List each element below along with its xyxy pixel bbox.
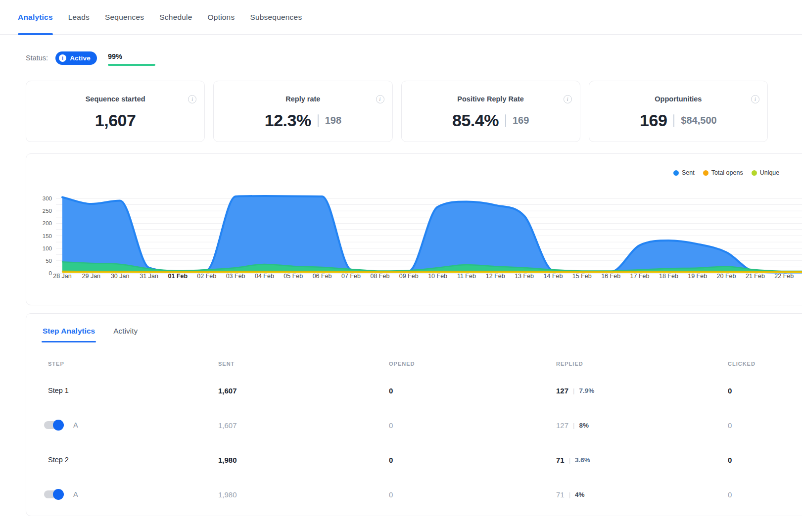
legend-label: Unique xyxy=(760,169,780,176)
variant-toggle[interactable] xyxy=(44,421,62,429)
svg-text:01 Feb: 01 Feb xyxy=(168,273,188,280)
stat-card-title: Reply rate xyxy=(285,95,320,103)
svg-text:16 Feb: 16 Feb xyxy=(601,273,620,280)
info-icon[interactable]: i xyxy=(188,95,196,103)
legend-dot-icon xyxy=(673,170,679,176)
progress-percentage: 99% xyxy=(108,51,155,61)
divider: | xyxy=(573,387,574,394)
tab-schedule[interactable]: Schedule xyxy=(159,0,192,35)
stat-card-title: Positive Reply Rate xyxy=(457,95,524,103)
column-header-step: STEP xyxy=(48,361,64,367)
opened-value: 0 xyxy=(389,387,393,395)
status-badge-label: Active xyxy=(70,54,91,62)
info-icon[interactable]: i xyxy=(376,95,384,103)
divider: | xyxy=(569,456,570,464)
svg-text:11 Feb: 11 Feb xyxy=(457,273,476,280)
svg-text:200: 200 xyxy=(43,220,52,226)
svg-text:17 Feb: 17 Feb xyxy=(630,273,650,280)
stat-card-value: 169 xyxy=(640,111,667,130)
svg-text:300: 300 xyxy=(43,195,52,201)
tab-subsequences[interactable]: Subsequences xyxy=(250,0,302,35)
info-icon[interactable]: i xyxy=(564,95,572,103)
svg-text:15 Feb: 15 Feb xyxy=(572,273,592,280)
cell-step: Step 1 xyxy=(48,373,69,408)
stat-card-secondary: 169 xyxy=(513,115,529,126)
replied-value: 127 xyxy=(556,421,568,430)
stat-cards: Sequence started i 1,607 Reply rate i 12… xyxy=(26,81,768,142)
status-badge[interactable]: i Active xyxy=(55,51,97,65)
tab-sequences[interactable]: Sequences xyxy=(105,0,144,35)
stat-card-secondary: 198 xyxy=(325,115,341,126)
cell-clicked: 0 xyxy=(728,477,732,512)
legend-item-sent[interactable]: Sent xyxy=(673,169,695,176)
column-header-clicked: CLICKED xyxy=(728,361,755,367)
cell-opened: 0 xyxy=(389,442,393,477)
progress-bar xyxy=(108,64,155,66)
svg-text:02 Feb: 02 Feb xyxy=(197,273,216,280)
legend-label: Sent xyxy=(682,169,695,176)
stat-card-title: Sequence started xyxy=(86,95,145,103)
chart-card: 05010015020025030028 Jan29 Jan30 Jan31 J… xyxy=(26,153,802,305)
clicked-value: 0 xyxy=(728,421,732,430)
sequence-progress: 99% xyxy=(108,51,155,66)
svg-text:19 Feb: 19 Feb xyxy=(688,273,707,280)
cell-clicked: 0 xyxy=(728,408,732,442)
legend-item-total-opens[interactable]: Total opens xyxy=(703,169,743,176)
cell-sent: 1,607 xyxy=(218,408,237,442)
tab-options[interactable]: Options xyxy=(208,0,235,35)
clicked-value: 0 xyxy=(728,387,732,395)
opened-value: 0 xyxy=(389,456,393,464)
stat-card-value: 1,607 xyxy=(95,111,136,130)
clicked-value: 0 xyxy=(728,490,732,499)
table-row: Step 2 1,980 0 71 | 3.6% 0 xyxy=(26,442,802,477)
svg-text:30 Jan: 30 Jan xyxy=(111,273,130,280)
stat-card-positive-reply-rate: Positive Reply Rate i 85.4% 169 xyxy=(401,81,580,142)
info-icon[interactable]: i xyxy=(751,95,759,103)
variant-toggle[interactable] xyxy=(44,490,62,498)
cell-replied: 127 | 7.9% xyxy=(556,373,594,408)
step-analytics-card: Step AnalyticsActivity STEPSENTOPENEDREP… xyxy=(26,313,802,516)
stat-card-value: 85.4% xyxy=(452,111,499,130)
svg-text:12 Feb: 12 Feb xyxy=(486,273,505,280)
svg-text:03 Feb: 03 Feb xyxy=(226,273,245,280)
info-icon: i xyxy=(59,54,66,62)
opened-value: 0 xyxy=(389,490,393,499)
svg-text:13 Feb: 13 Feb xyxy=(515,273,534,280)
replied-value: 71 xyxy=(556,456,565,464)
tab-leads[interactable]: Leads xyxy=(68,0,90,35)
tab-activity[interactable]: Activity xyxy=(113,327,138,342)
table-row: A 1,607 0 127 | 8% 0 xyxy=(26,408,802,442)
cell-sent: 1,980 xyxy=(218,442,237,477)
sequence-activity-chart: 05010015020025030028 Jan29 Jan30 Jan31 J… xyxy=(26,154,802,305)
svg-text:05 Feb: 05 Feb xyxy=(283,273,303,280)
replied-percentage: 8% xyxy=(579,422,589,429)
svg-text:22 Feb: 22 Feb xyxy=(774,273,794,280)
svg-text:21 Feb: 21 Feb xyxy=(746,273,765,280)
divider xyxy=(505,114,506,127)
svg-text:20 Feb: 20 Feb xyxy=(717,273,736,280)
tab-analytics[interactable]: Analytics xyxy=(18,0,53,35)
svg-text:04 Feb: 04 Feb xyxy=(255,273,274,280)
svg-text:150: 150 xyxy=(43,233,52,239)
replied-value: 127 xyxy=(556,387,568,395)
cell-replied: 127 | 8% xyxy=(556,408,589,442)
sequence-nav-tabs: AnalyticsLeadsSequencesScheduleOptionsSu… xyxy=(0,0,802,35)
column-header-sent: SENT xyxy=(218,361,235,367)
stat-card-value: 12.3% xyxy=(265,111,311,130)
tab-step-analytics[interactable]: Step Analytics xyxy=(43,327,95,342)
svg-text:0: 0 xyxy=(49,270,52,276)
divider: | xyxy=(573,422,574,429)
legend-item-unique[interactable]: Unique xyxy=(752,169,780,176)
cell-sent: 1,607 xyxy=(218,373,237,408)
step-label: Step 2 xyxy=(48,456,69,464)
svg-text:29 Jan: 29 Jan xyxy=(82,273,101,280)
toggle-knob-icon xyxy=(53,420,64,431)
cell-step: Step 2 xyxy=(48,442,69,477)
cell-replied: 71 | 4% xyxy=(556,477,585,512)
cell-opened: 0 xyxy=(389,477,393,512)
table-row: Step 1 1,607 0 127 | 7.9% 0 xyxy=(26,373,802,408)
table-header: STEPSENTOPENEDREPLIEDCLICKED xyxy=(26,361,802,371)
stat-card-reply-rate: Reply rate i 12.3% 198 xyxy=(213,81,392,142)
svg-text:31 Jan: 31 Jan xyxy=(140,273,158,280)
cell-opened: 0 xyxy=(389,408,393,442)
